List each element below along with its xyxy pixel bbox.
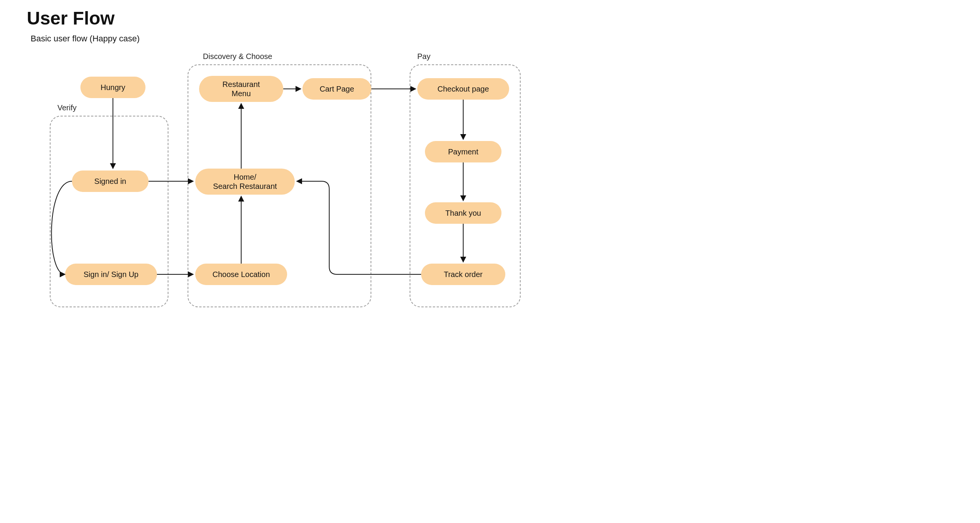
node-track-order: Track order <box>421 264 505 285</box>
node-payment-label: Payment <box>448 147 479 156</box>
node-restaurant-menu-label: RestaurantMenu <box>222 80 260 98</box>
node-choose-location: Choose Location <box>195 264 287 285</box>
node-hungry: Hungry <box>80 77 145 98</box>
node-signed-in: Signed in <box>72 171 149 192</box>
node-sign-in-up-label: Sign in/ Sign Up <box>83 270 138 279</box>
group-discover-label: Discovery & Choose <box>203 52 272 61</box>
node-thank-you-label: Thank you <box>445 208 481 218</box>
node-payment: Payment <box>425 141 501 162</box>
node-checkout: Checkout page <box>417 78 509 100</box>
diagram-subtitle: Basic user flow (Happy case) <box>31 34 140 44</box>
node-thank-you: Thank you <box>425 202 501 224</box>
node-signed-in-label: Signed in <box>94 177 126 186</box>
node-sign-in-up: Sign in/ Sign Up <box>65 264 157 285</box>
node-restaurant-menu: RestaurantMenu <box>199 76 283 102</box>
group-pay-label: Pay <box>417 52 430 61</box>
node-checkout-label: Checkout page <box>438 84 489 93</box>
node-track-order-label: Track order <box>444 270 483 279</box>
node-home-search: Home/Search Restaurant <box>195 169 295 195</box>
node-cart-label: Cart Page <box>320 84 354 93</box>
node-hungry-label: Hungry <box>101 83 125 92</box>
node-choose-location-label: Choose Location <box>212 270 270 279</box>
diagram-title: User Flow <box>27 8 114 29</box>
node-cart: Cart Page <box>302 78 371 100</box>
flow-diagram: User Flow Basic user flow (Happy case) V… <box>0 0 574 330</box>
group-verify-label: Verify <box>57 103 77 112</box>
node-home-search-label: Home/Search Restaurant <box>213 172 277 191</box>
